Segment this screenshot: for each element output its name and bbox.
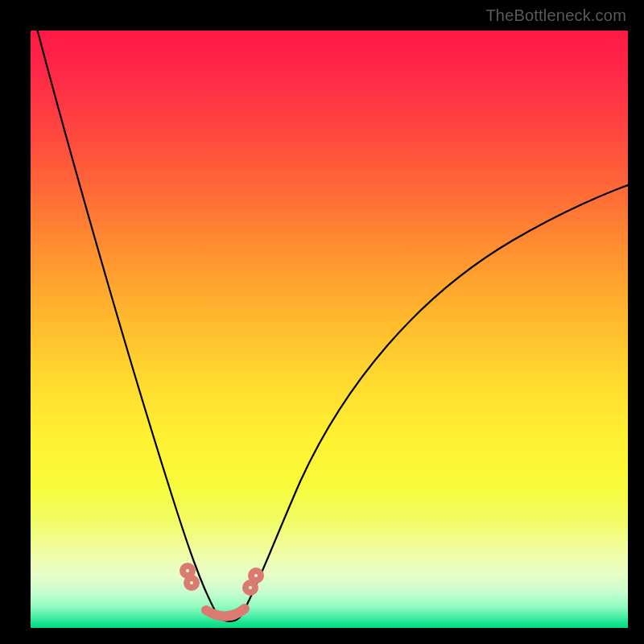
marker-dot <box>188 580 195 586</box>
marker-dot <box>253 572 259 579</box>
watermark-text: TheBottleneck.com <box>485 6 626 25</box>
marker-group <box>184 568 259 617</box>
chart-frame: TheBottleneck.com <box>0 0 644 644</box>
bottleneck-curve <box>31 31 628 628</box>
plot-area <box>31 31 628 628</box>
marker-dot <box>247 584 254 591</box>
marker-dot <box>184 568 191 574</box>
marker-arc <box>206 609 245 617</box>
